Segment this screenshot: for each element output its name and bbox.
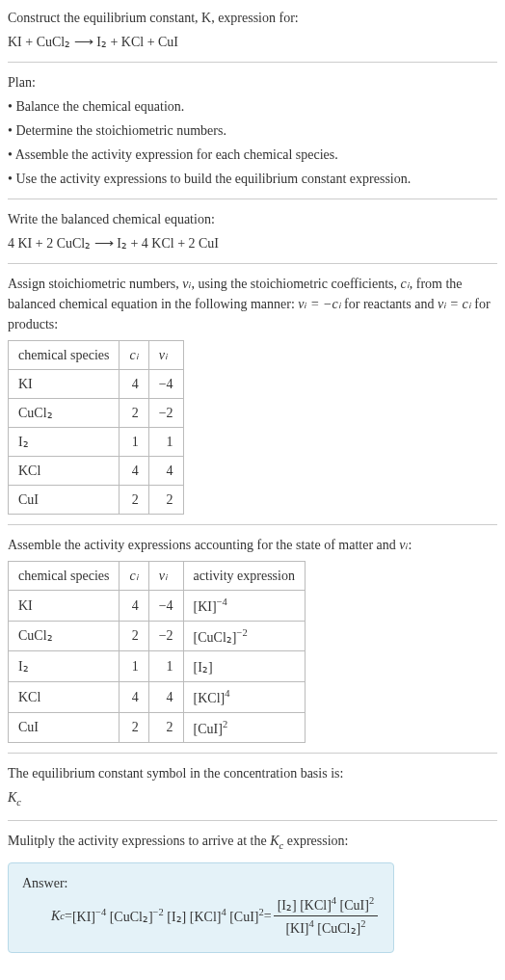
table-header-row: chemical species cᵢ νᵢ [9,341,184,370]
table-row: KI4−4[KI]−4 [9,591,306,622]
cell-ci: 4 [120,457,148,486]
kc-symbol: Kc [8,787,497,810]
assign-text: Assign stoichiometric numbers, νᵢ, using… [8,274,497,334]
cell-nu: −4 [148,591,183,622]
relation: νᵢ = cᵢ [438,297,471,311]
intro-equation: KI + CuCl₂ ⟶ I₂ + KCl + CuI [8,32,497,52]
multiply-line: Mulitply the activity expressions to arr… [8,831,497,854]
divider [8,820,497,821]
table-row: CuI22 [9,486,184,515]
answer-label: Answer: [22,873,380,893]
table-row: I₂11 [9,428,184,457]
text: for reactants and [341,297,438,311]
text: : [409,538,412,552]
k-sub: c [16,797,21,808]
cell-ci: 1 [120,428,148,457]
cell-nu: 4 [148,681,183,712]
numerator: [I₂] [KCl]4 [CuI]2 [274,893,379,915]
cell-ci: 1 [120,651,148,682]
cell-ci: 2 [120,712,148,743]
k-letter: K [51,906,60,926]
cell-activity: [I₂] [183,651,305,682]
cell-species: CuCl₂ [9,621,120,651]
text: Assemble the activity expressions accoun… [8,538,399,552]
table-row: KI4−4 [9,370,184,399]
cell-ci: 2 [120,621,148,651]
cell-species: I₂ [9,651,120,682]
intro-header: Construct the equilibrium constant, K, e… [8,8,497,28]
cell-species: CuI [9,486,120,515]
cell-nu: 2 [148,486,183,515]
plan-item: • Use the activity expressions to build … [8,169,497,189]
cell-nu: 2 [148,712,183,743]
col-nu: νᵢ [148,341,183,370]
divider [8,199,497,199]
col-species: chemical species [9,341,120,370]
cell-nu: 4 [148,457,183,486]
relation: νᵢ = −cᵢ [298,297,340,311]
cell-species: CuCl₂ [9,399,120,428]
nu-symbol: νᵢ [399,538,408,552]
cell-species: CuI [9,712,120,743]
assemble-text: Assemble the activity expressions accoun… [8,535,497,555]
fraction: [I₂] [KCl]4 [CuI]2 [KI]4 [CuCl₂]2 [274,893,379,938]
k-letter: K [8,790,16,805]
balanced-equation: 4 KI + 2 CuCl₂ ⟶ I₂ + 4 KCl + 2 CuI [8,233,497,253]
kc-expression: Kc = [KI]−4 [CuCl₂]−2 [I₂] [KCl]4 [CuI]2… [22,893,380,938]
text: expression: [283,834,348,848]
cell-activity: [CuI]2 [183,712,305,743]
cell-ci: 2 [120,486,148,515]
text: Assign stoichiometric numbers, [8,277,182,291]
cell-activity: [KI]−4 [183,591,305,622]
plan-item: • Balance the chemical equation. [8,96,497,117]
plan-title: Plan: [8,72,497,93]
cell-ci: 4 [120,681,148,712]
cell-nu: 1 [148,428,183,457]
cell-ci: 4 [120,591,148,622]
stoich-table: chemical species cᵢ νᵢ KI4−4 CuCl₂2−2 I₂… [8,340,184,515]
divider [8,263,497,264]
ci-symbol: cᵢ [401,277,410,291]
cell-species: KI [9,370,120,399]
term: [CuCl₂]−2 [110,905,164,927]
table-row: CuCl₂2−2 [9,399,184,428]
col-ci: cᵢ [120,562,148,591]
cell-species: I₂ [9,428,120,457]
plan-item: • Assemble the activity expression for e… [8,145,497,165]
table-row: KCl44[KCl]4 [9,681,306,712]
table-header-row: chemical species cᵢ νᵢ activity expressi… [9,562,306,591]
col-activity: activity expression [183,562,305,591]
table-row: CuI22[CuI]2 [9,712,306,743]
cell-nu: 1 [148,651,183,682]
divider [8,753,497,754]
cell-nu: −2 [148,399,183,428]
equals: = [264,906,272,926]
cell-species: KCl [9,457,120,486]
cell-ci: 2 [120,399,148,428]
col-nu: νᵢ [148,562,183,591]
text: , using the stoichiometric coefficients, [191,277,400,291]
answer-box: Answer: Kc = [KI]−4 [CuCl₂]−2 [I₂] [KCl]… [8,862,394,952]
plan-item: • Determine the stoichiometric numbers. [8,120,497,141]
cell-activity: [KCl]4 [183,681,305,712]
term: [KCl]4 [190,905,226,927]
table-row: KCl44 [9,457,184,486]
cell-nu: −4 [148,370,183,399]
cell-ci: 4 [120,370,148,399]
equals: = [65,906,72,926]
table-row: I₂11[I₂] [9,651,306,682]
text: Mulitply the activity expressions to arr… [8,834,270,848]
denominator: [KI]4 [CuCl₂]2 [274,915,379,939]
kc-symbol-line: The equilibrium constant symbol in the c… [8,763,497,783]
term: [I₂] [167,905,186,927]
cell-nu: −2 [148,621,183,651]
table-row: CuCl₂2−2[CuCl₂]−2 [9,621,306,651]
cell-species: KCl [9,681,120,712]
k-letter: K [270,834,279,848]
balanced-label: Write the balanced chemical equation: [8,209,497,229]
col-ci: cᵢ [120,341,148,370]
term: [KI]−4 [72,905,106,927]
activity-table: chemical species cᵢ νᵢ activity expressi… [8,561,306,743]
divider [8,62,497,63]
cell-activity: [CuCl₂]−2 [183,621,305,651]
